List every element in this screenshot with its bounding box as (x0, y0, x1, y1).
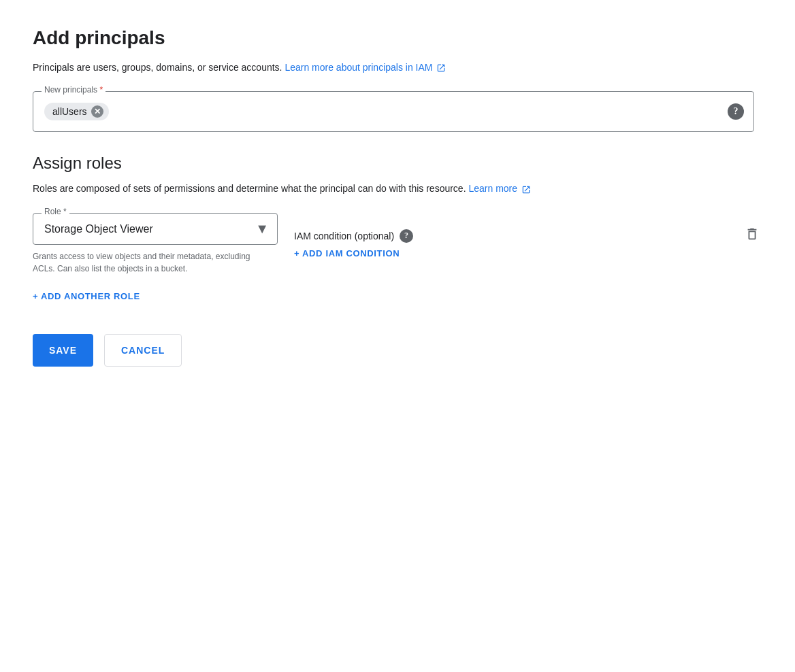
principals-help-icon[interactable]: ? (728, 103, 744, 120)
save-button[interactable]: SAVE (33, 334, 93, 367)
new-principals-field: New principals * allUsers ✕ ? (33, 91, 754, 132)
roles-learn-more-link[interactable]: Learn more (468, 183, 530, 194)
role-condition-row: Role * Storage Object Viewer ▼ Grants ac… (33, 213, 762, 275)
page-title: Add principals (33, 27, 762, 49)
chip-close-button[interactable]: ✕ (91, 105, 103, 118)
assign-roles-title: Assign roles (33, 154, 762, 173)
iam-condition-help-icon[interactable]: ? (400, 229, 413, 243)
actions-row: SAVE CANCEL (33, 334, 762, 367)
allusers-chip[interactable]: allUsers ✕ (44, 103, 109, 120)
iam-condition-section: IAM condition (optional) ? + ADD IAM CON… (294, 213, 762, 258)
add-another-role-button[interactable]: + ADD ANOTHER ROLE (33, 291, 140, 301)
trash-icon (745, 226, 760, 241)
role-required-marker: * (63, 207, 67, 216)
roles-description: Roles are composed of sets of permission… (33, 181, 762, 196)
external-link-icon-2 (521, 185, 531, 195)
delete-role-button[interactable] (742, 224, 762, 247)
add-iam-condition-button[interactable]: + ADD IAM CONDITION (294, 248, 413, 258)
iam-condition-content: IAM condition (optional) ? + ADD IAM CON… (294, 226, 413, 258)
principals-learn-more-link[interactable]: Learn more about principals in IAM (285, 62, 446, 73)
new-principals-label: New principals * (42, 85, 106, 95)
required-marker: * (99, 85, 103, 95)
role-description: Grants access to view objects and their … (33, 250, 264, 275)
principals-description-text: Principals are users, groups, domains, o… (33, 62, 282, 73)
role-field-wrapper: Role * Storage Object Viewer ▼ Grants ac… (33, 213, 278, 275)
external-link-icon (436, 63, 446, 73)
role-field-label: Role * (42, 207, 69, 216)
cancel-button[interactable]: CANCEL (104, 334, 182, 367)
principals-description: Principals are users, groups, domains, o… (33, 60, 762, 75)
role-select[interactable]: Storage Object Viewer (33, 214, 277, 244)
iam-condition-label: IAM condition (optional) ? (294, 229, 413, 243)
chip-value: allUsers (52, 106, 87, 117)
role-dropdown-field: Role * Storage Object Viewer ▼ (33, 213, 278, 245)
